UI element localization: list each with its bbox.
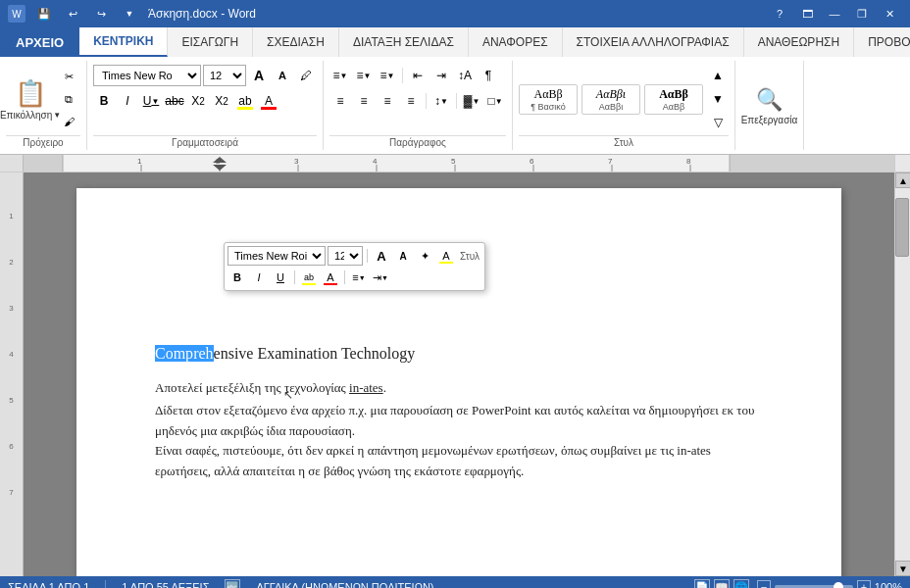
zoom-thumb[interactable] [834,582,843,588]
customize-quick-btn[interactable]: ▼ [117,4,142,24]
multilevel-btn[interactable]: ≡ ▼ [377,65,398,86]
zoom-out-btn[interactable]: − [757,580,771,588]
align-center-btn[interactable]: ≡ [353,90,375,112]
scroll-up-btn[interactable]: ▲ [895,172,910,188]
styles-down-btn[interactable]: ▼ [707,88,729,110]
proofing-icon[interactable]: 🔤 [225,579,240,588]
ribbon-content: 📋 Επικόλληση▼ ✂ ⧉ 🖌 Πρόχειρο Times New R… [0,57,910,155]
format-painter-btn[interactable]: 🖌 [57,111,80,132]
ft-italic-btn[interactable]: I [249,268,269,287]
ft-clear-format-btn[interactable]: ✦ [415,246,434,266]
ft-row-2: B I U ab A ≡ ▼ ⇥ ▼ [228,268,481,287]
align-right-btn[interactable]: ≡ [377,90,398,112]
bullets-btn[interactable]: ≡ ▼ [329,65,351,86]
restore-btn[interactable]: ❐ [849,4,875,24]
italic-btn[interactable]: I [117,90,138,112]
editing-btn[interactable]: 🔍 Επεξεργασία [743,74,796,139]
file-menu-btn[interactable]: ΑΡΧΕΙΟ [0,27,79,57]
ft-underline-btn[interactable]: U [271,268,290,287]
style-emphasis-btn[interactable]: AαBβι AαBβι [581,84,640,115]
line-spacing-btn[interactable]: ↕ ▼ [430,90,452,112]
paste-btn[interactable]: 📋 Επικόλληση▼ [6,76,55,122]
ft-text-highlight-btn[interactable]: A [436,246,456,266]
ft-size-select[interactable]: 12 [328,246,363,266]
underline-btn[interactable]: U ▼ [140,90,162,112]
menu-bar: ΑΡΧΕΙΟ ΚΕΝΤΡΙΚΗ ΕΙΣΑΓΩΓΗ ΣΧΕΔΙΑΣΗ ΔΙΑΤΑΞ… [0,27,910,57]
undo-quick-btn[interactable]: ↩ [60,4,85,24]
doc-scroll-area[interactable]: Times New Roi 12 A A ✦ A Στυλ [24,172,894,576]
status-right: 📄 📖 🌐 − + 100% [694,579,902,588]
tab-layout[interactable]: ΔΙΑΤΑΞΗ ΣΕΛΙΔΑΣ [339,27,469,57]
language-status: ΑΓΓΛΙΚΑ (ΗΝΩΜΕΝΩΝ ΠΟΛΙΤΕΙΩΝ) [256,581,433,588]
redo-quick-btn[interactable]: ↪ [88,4,114,24]
font-family-select[interactable]: Times New Ro [93,65,201,86]
ribbon-display-btn[interactable]: 🗖 [794,4,820,24]
bold-btn[interactable]: B [93,90,115,112]
ribbon-tabs: ΚΕΝΤΡΙΚΗ ΕΙΣΑΓΩΓΗ ΣΧΕΔΙΑΣΗ ΔΙΑΤΑΞΗ ΣΕΛΙΔ… [79,27,910,57]
tab-view[interactable]: ΠΡΟΒΟΛΗ [854,27,910,57]
save-quick-btn[interactable]: 💾 [31,4,57,24]
tab-references[interactable]: ΑΝΑΦΟΡΕΣ [469,27,563,57]
document-page: Times New Roi 12 A A ✦ A Στυλ [76,188,841,576]
increase-indent-btn[interactable]: ⇥ [430,65,452,86]
doc-para-2[interactable]: Δίδεται στον εξεταζόμενο ένα αρχείο π.χ.… [155,401,763,482]
decrease-indent-btn[interactable]: ⇤ [407,65,429,86]
scroll-track[interactable] [895,188,910,561]
subscript-btn[interactable]: X2 [187,90,209,112]
vertical-scrollbar[interactable]: ▲ ▼ [894,172,910,576]
tab-home[interactable]: ΚΕΝΤΡΙΚΗ [79,27,168,57]
ruler-svg: 1 2 3 4 5 6 7 8 [24,155,894,172]
decrease-font-btn[interactable]: A [272,65,293,86]
shading-btn[interactable]: ▓ ▼ [461,90,482,112]
doc-para-1[interactable]: Αποτελεί μετεξέλιξη της τεχνολογίας in-a… [155,378,763,399]
tab-insert[interactable]: ΕΙΣΑΓΩΓΗ [168,27,253,57]
reading-view-btn[interactable]: 📖 [714,579,730,588]
increase-font-btn[interactable]: A [248,65,270,86]
border-btn[interactable]: □ ▼ [484,90,506,112]
sort-btn[interactable]: ↕A [454,65,476,86]
svg-text:4: 4 [373,157,378,166]
print-layout-btn[interactable]: 📄 [694,579,710,588]
clipboard-label: Πρόχειρο [6,135,80,148]
zoom-in-btn[interactable]: + [857,580,871,588]
ft-bullets-btn[interactable]: ≡ ▼ [349,268,369,287]
styles-scroll-btns: ▲ ▼ ▽ [707,65,729,133]
clear-format-btn[interactable]: 🖊 [295,65,317,86]
numbering-btn[interactable]: ≡ ▼ [353,65,375,86]
ft-highlight-btn[interactable]: ab [299,268,319,287]
highlight-btn[interactable]: ab [234,90,256,112]
strikethrough-btn[interactable]: abc [164,90,185,112]
minimize-btn[interactable]: — [822,4,847,24]
ft-color-btn[interactable]: A [321,268,340,287]
scroll-down-btn[interactable]: ▼ [895,561,910,576]
superscript-btn[interactable]: X2 [211,90,232,112]
paragraph-label: Παράγραφος [329,135,506,148]
title-bar-left: W 💾 ↩ ↪ ▼ Άσκηση.docx - Word [8,4,256,24]
ft-indent-btn[interactable]: ⇥ ▼ [371,268,390,287]
show-marks-btn[interactable]: ¶ [478,65,499,86]
styles-expand-btn[interactable]: ▽ [707,112,729,133]
style-intense-btn[interactable]: AαBβ AαBβ [644,84,703,115]
ft-font-select[interactable]: Times New Roi [228,246,326,266]
page-numbers-left: 1 2 3 4 5 6 7 [9,212,13,497]
tab-review[interactable]: ΑΝΑΘΕΩΡΗΣΗ [744,27,854,57]
ft-decrease-font-btn[interactable]: A [393,246,413,266]
ft-bold-btn[interactable]: B [228,268,247,287]
zoom-control: − + 100% [757,580,902,588]
ruler-container: 1 2 3 4 5 6 7 8 [0,155,910,172]
font-size-select[interactable]: 12 [203,65,246,86]
styles-up-btn[interactable]: ▲ [707,65,729,86]
align-left-btn[interactable]: ≡ [329,90,351,112]
copy-btn[interactable]: ⧉ [57,88,80,110]
close-btn[interactable]: ✕ [877,4,902,24]
style-basic-btn[interactable]: AαBβ ¶ Βασικό [519,84,578,115]
ft-increase-font-btn[interactable]: A [372,246,391,266]
cut-btn[interactable]: ✂ [57,66,80,87]
text-color-btn[interactable]: A [258,90,279,112]
scroll-thumb[interactable] [895,198,909,257]
justify-btn[interactable]: ≡ [400,90,422,112]
tab-mailings[interactable]: ΣΤΟΙΧΕΙΑ ΑΛΛΗΛΟΓΡΑΦΙΑΣ [563,27,744,57]
help-btn[interactable]: ? [767,4,792,24]
tab-design[interactable]: ΣΧΕΔΙΑΣΗ [253,27,339,57]
web-view-btn[interactable]: 🌐 [733,579,749,588]
